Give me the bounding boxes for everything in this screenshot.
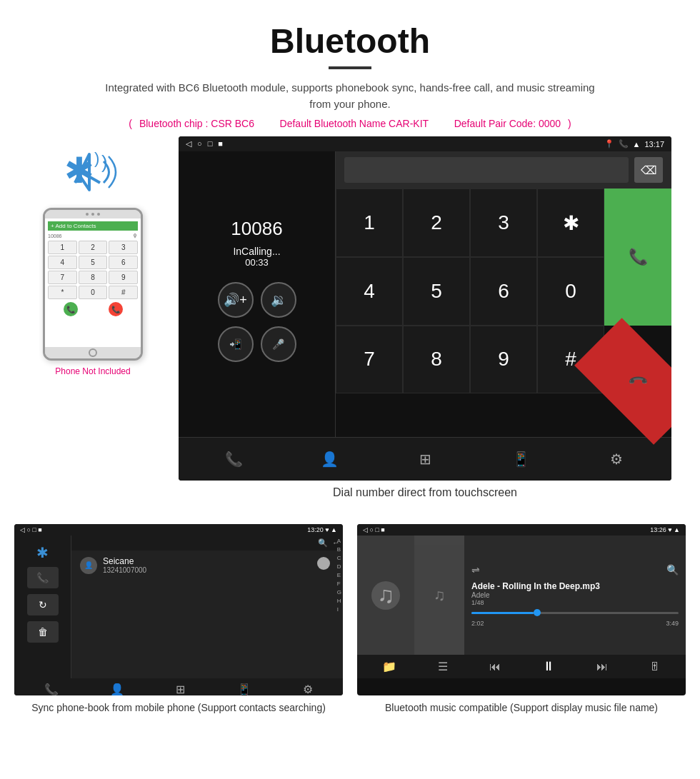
music-album-art-secondary: ♫: [414, 536, 464, 655]
music-eq-icon[interactable]: 🎚: [649, 660, 661, 673]
contacts-tab-icon[interactable]: 👤: [315, 445, 344, 473]
pb-delete-button[interactable]: 🗑: [27, 621, 59, 643]
phone-key-9[interactable]: 9: [109, 271, 138, 284]
pb-contact-avatar: 👤: [80, 557, 97, 574]
phone-key-5[interactable]: 5: [79, 256, 108, 269]
phone-key-4[interactable]: 4: [48, 256, 77, 269]
music-time-current: 2:02: [471, 620, 484, 627]
music-track-title: Adele - Rolling In the Deep.mp3: [471, 581, 679, 591]
phone-action-buttons: 📞 📞: [48, 302, 138, 316]
key-5[interactable]: 5: [403, 257, 470, 325]
key-0[interactable]: 0: [537, 257, 604, 325]
phone-illustration: ✱ ) ) + Add to Contacts: [14, 136, 171, 510]
key-star[interactable]: ✱: [537, 189, 604, 257]
key-3[interactable]: 3: [470, 189, 537, 257]
status-left: ◁ ○ □ ■: [186, 139, 223, 149]
music-time: 13:26: [650, 526, 666, 533]
main-content: ✱ ) ) + Add to Contacts: [0, 136, 700, 524]
calls-tab-icon[interactable]: 📞: [219, 445, 248, 473]
title-divider: [329, 66, 371, 69]
phone-key-0[interactable]: 0: [79, 286, 108, 299]
pb-status-right: 13:20 ♥ ▲: [307, 526, 337, 533]
music-next-icon[interactable]: ⏭: [596, 660, 608, 673]
settings-tab-icon[interactable]: ⚙: [602, 445, 631, 473]
phone-mic: 🎙: [133, 233, 138, 238]
pb-sync-button[interactable]: ↻: [27, 594, 59, 615]
specs-text: (Bluetooth chip : CSR BC6 Default Blueto…: [14, 118, 686, 129]
dial-input-field[interactable]: [344, 157, 629, 183]
search-icon[interactable]: 🔍: [666, 564, 679, 576]
phone-call-button[interactable]: 📞: [64, 302, 78, 316]
music-time-total: 3:49: [666, 620, 679, 627]
phone-key-6[interactable]: 6: [109, 256, 138, 269]
music-caption: Bluetooth music compatible (Support disp…: [357, 701, 686, 715]
dial-input-row: ⌫: [336, 151, 671, 189]
key-4[interactable]: 4: [336, 257, 403, 325]
keypad-tab-icon[interactable]: ⊞: [411, 445, 439, 473]
transfer-tab-icon[interactable]: 📱: [506, 445, 535, 473]
volume-up-button[interactable]: 🔊+: [218, 282, 254, 318]
key-9[interactable]: 9: [470, 326, 537, 393]
shuffle-icon[interactable]: ⇌: [471, 564, 480, 576]
phone-key-7[interactable]: 7: [48, 271, 77, 284]
pb-transfer-tab[interactable]: 📱: [237, 683, 251, 695]
key-2[interactable]: 2: [403, 189, 470, 257]
key-7[interactable]: 7: [336, 326, 403, 393]
pb-scroll-indicator: [317, 557, 330, 570]
phone-key-2[interactable]: 2: [79, 241, 108, 254]
phone-key-8[interactable]: 8: [79, 271, 108, 284]
pb-contacts-tab[interactable]: 👤: [110, 683, 124, 695]
pb-nav-icons: ◁ ○ □ ■: [20, 526, 42, 533]
pb-bottom-bar: 📞 👤 ⊞ 📱 ⚙: [14, 678, 343, 695]
dial-right-panel: ⌫ 1 2 3 ✱ 📞 4 5 6 0: [336, 151, 671, 437]
key-8[interactable]: 8: [403, 326, 470, 393]
dial-delete-button[interactable]: ⌫: [634, 157, 663, 183]
phone-key-1[interactable]: 1: [48, 241, 77, 254]
pb-main: 🔍 ← 👤 Seicane 13241007000 ABCDEFGHI: [71, 536, 343, 678]
dial-controls-2: 📲 🎤: [218, 326, 296, 362]
music-controls-top: ⇌ 🔍: [471, 564, 679, 576]
phone-status-bar: [45, 210, 141, 218]
pb-keypad-tab[interactable]: ⊞: [176, 683, 185, 695]
phone-key-star[interactable]: *: [48, 286, 77, 299]
mute-button[interactable]: 🎤: [261, 326, 296, 362]
phone-end-button[interactable]: 📞: [109, 302, 123, 316]
phone-key-hash[interactable]: #: [109, 286, 138, 299]
call-button[interactable]: 📞: [604, 189, 671, 326]
music-screen: ◁ ○ □ ■ 13:26 ♥ ▲ ♫ ♫: [357, 524, 686, 695]
phone-home-bar: [45, 347, 141, 358]
transfer-button[interactable]: 📲: [218, 326, 254, 362]
phone-key-3[interactable]: 3: [109, 241, 138, 254]
music-note-icon-2: ♫: [434, 586, 446, 605]
volume-down-button[interactable]: 🔉: [261, 282, 296, 318]
spec-code: Default Pair Code: 0000: [454, 118, 561, 129]
pb-search-top-icon[interactable]: 🔍: [318, 538, 328, 548]
pb-settings-tab[interactable]: ⚙: [303, 683, 313, 695]
music-folder-icon[interactable]: 📁: [382, 660, 396, 673]
music-main: ♫ ♫ ⇌ 🔍 Adele - Rolling In the Deep.mp3 …: [357, 536, 686, 655]
dial-controls: 🔊+ 🔉: [218, 282, 296, 318]
spec-name: Default Bluetooth Name CAR-KIT: [280, 118, 429, 129]
music-prev-icon[interactable]: ⏮: [489, 660, 501, 673]
key-1[interactable]: 1: [336, 189, 403, 257]
pb-top-bar: 🔍 ←: [71, 536, 343, 551]
music-info: ⇌ 🔍 Adele - Rolling In the Deep.mp3 Adel…: [464, 557, 686, 634]
pb-contact-name: Seicane: [103, 556, 146, 566]
status-right: 📍 📞 ▲ 13:17: [604, 139, 664, 149]
pb-call-button[interactable]: 📞: [27, 567, 59, 588]
pb-contact-number: 13241007000: [103, 566, 146, 574]
phone-home-button[interactable]: [89, 348, 97, 357]
music-play-button[interactable]: ⏸: [542, 659, 555, 674]
dial-call-number: 10086: [231, 218, 282, 240]
dial-left-panel: 10086 InCalling... 00:33 🔊+ 🔉 📲 🎤: [179, 151, 336, 437]
music-list-icon[interactable]: ☰: [438, 660, 448, 673]
key-6[interactable]: 6: [470, 257, 537, 325]
pb-alphabet-index: ABCDEFGHI: [336, 536, 343, 615]
music-progress-bar[interactable]: [471, 612, 679, 614]
pb-contact-row: 👤 Seicane 13241007000: [71, 551, 343, 580]
pb-calls-tab[interactable]: 📞: [44, 683, 59, 695]
music-item: ◁ ○ □ ■ 13:26 ♥ ▲ ♫ ♫: [357, 524, 686, 715]
pb-signal-icon: ♥ ▲: [325, 526, 337, 533]
music-artist-name: Adele: [471, 591, 679, 599]
phone-top-bar: + Add to Contacts: [48, 221, 138, 231]
